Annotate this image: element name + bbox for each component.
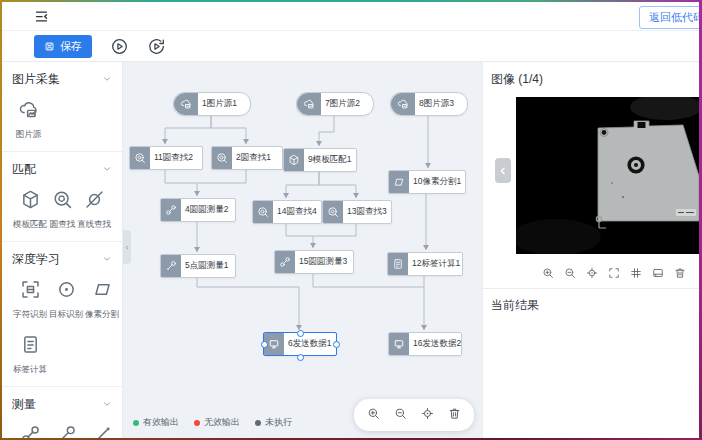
inspection-image [516, 97, 700, 254]
play-once-icon [147, 37, 166, 56]
measure-pc-icon [56, 424, 77, 438]
trash-icon[interactable] [448, 406, 461, 424]
zoom-out-icon[interactable] [394, 406, 407, 424]
measure-pc-icon [161, 255, 181, 277]
sidebar-section-header[interactable]: 匹配 [12, 157, 112, 189]
flow-node-n12[interactable]: 12标签计算1 [387, 252, 463, 276]
sidebar-item-label: 圆查找 [49, 218, 75, 230]
node-connection-handle[interactable] [261, 341, 268, 348]
menu-fold-icon[interactable] [34, 9, 49, 24]
sidebar-item-cube[interactable]: 模板匹配 [12, 189, 48, 231]
grid-icon[interactable] [630, 265, 642, 283]
locate-icon[interactable] [586, 265, 598, 283]
sidebar-section-2: 深度学习字符识别目标识别像素分割标签计算 [2, 242, 122, 387]
sidebar-section-header[interactable]: 深度学习 [12, 247, 112, 279]
flow-node-n8[interactable]: 8图片源3 [390, 92, 468, 116]
legend-dot-icon [194, 420, 200, 426]
back-to-lowcode-button[interactable]: 返回低代码 [639, 6, 702, 29]
zoom-in-icon[interactable] [367, 406, 380, 424]
sidebar-item-ocr[interactable]: 字符识别 [12, 279, 48, 321]
legend-item: 无效输出 [194, 416, 240, 429]
sidebar-collapse-handle[interactable] [123, 230, 131, 264]
flow-node-n16[interactable]: 16发送数据2 [388, 332, 462, 356]
flow-node-n13[interactable]: 13圆查找3 [322, 200, 392, 224]
flow-node-n4[interactable]: 4圆圆测量2 [160, 198, 236, 222]
node-label: 14圆查找4 [273, 201, 321, 223]
node-label: 9模板匹配1 [304, 149, 355, 171]
legend-label: 有效输出 [143, 416, 179, 429]
chevron-left-icon [124, 244, 131, 251]
legend-item: 有效输出 [133, 416, 179, 429]
run-button[interactable] [110, 37, 129, 56]
node-label: 13圆查找3 [343, 201, 391, 223]
flow-canvas[interactable]: 1图片源17图片源28图片源311圆查找22圆查找19模板匹配110像素分割14… [123, 62, 482, 438]
image-panel-title: 图像 (1/4) [491, 71, 543, 88]
fullscreen-icon[interactable] [608, 265, 620, 283]
run-once-button[interactable] [147, 37, 166, 56]
chevron-down-icon [102, 163, 112, 177]
sidebar-section-3: 测量圆圆测量点圆测量点点测量 [2, 387, 122, 438]
sidebar-item-label: 目标识别 [49, 308, 83, 320]
trash-icon[interactable] [674, 265, 686, 283]
cloud-image-icon [391, 93, 415, 115]
legend-dot-icon [133, 420, 139, 426]
zoom-in-icon[interactable] [542, 265, 554, 283]
sidebar-item-label: 字符识别 [13, 308, 47, 320]
node-label: 7图片源2 [321, 93, 364, 115]
tool-sidebar: 图片采集图片源匹配模板匹配圆查找直线查找深度学习字符识别目标识别像素分割标签计算… [2, 62, 123, 438]
sidebar-item-segment[interactable]: 像素分割 [84, 279, 120, 321]
node-connection-handle[interactable] [333, 341, 340, 348]
segment-icon [92, 279, 113, 304]
target-icon [56, 279, 77, 304]
flow-node-n9[interactable]: 9模板匹配1 [283, 148, 357, 172]
app-window: 返回低代码 保存 图片采集图片源匹配模板匹配圆查找直线查找深度学习字符识别目标识… [0, 0, 702, 440]
sidebar-item-measure-pp[interactable]: 点点测量 [84, 424, 120, 438]
save-icon [44, 41, 55, 52]
node-label: 11圆查找2 [150, 147, 197, 169]
flow-node-n1[interactable]: 1图片源1 [173, 92, 251, 116]
node-label: 6发送数据1 [284, 333, 335, 355]
sidebar-item-line-find[interactable]: 直线查找 [76, 189, 112, 231]
sidebar-section-header[interactable]: 图片采集 [12, 67, 112, 99]
prev-image-button[interactable] [495, 158, 511, 183]
circle-find-icon [253, 201, 273, 223]
sidebar-item-target[interactable]: 目标识别 [48, 279, 84, 321]
node-label: 16发送数据2 [409, 333, 461, 355]
node-label: 5点圆测量1 [181, 255, 232, 277]
flow-node-n14[interactable]: 14圆查找4 [252, 200, 322, 224]
canvas-zoom-controls [354, 399, 474, 431]
flow-node-n15[interactable]: 15圆圆测量3 [274, 250, 354, 274]
sidebar-item-cloud-image[interactable]: 图片源 [12, 99, 45, 141]
sidebar-item-measure-cc[interactable]: 圆圆测量 [12, 424, 48, 438]
flow-node-n2[interactable]: 2圆查找1 [211, 146, 283, 170]
node-connection-handle[interactable] [297, 354, 304, 361]
save-button[interactable]: 保存 [34, 35, 92, 58]
flow-node-n7[interactable]: 7图片源2 [296, 92, 374, 116]
zoom-out-icon[interactable] [564, 265, 576, 283]
sidebar-item-label: 像素分割 [85, 308, 119, 320]
flow-node-n6[interactable]: 6发送数据1 [263, 332, 337, 356]
inspection-image-viewer[interactable] [516, 97, 700, 254]
sidebar-section-header[interactable]: 测量 [12, 392, 112, 424]
header-bar: 返回低代码 [2, 2, 700, 31]
sidebar-item-circle-find[interactable]: 圆查找 [48, 189, 76, 231]
circle-find-icon [323, 201, 343, 223]
frame-icon[interactable] [652, 265, 664, 283]
sidebar-item-doc-calc[interactable]: 标签计算 [12, 334, 48, 376]
node-connection-handle[interactable] [297, 330, 304, 337]
flow-node-n10[interactable]: 10像素分割1 [388, 170, 466, 194]
circle-find-icon [130, 147, 150, 169]
app-root: 返回低代码 保存 图片采集图片源匹配模板匹配圆查找直线查找深度学习字符识别目标识… [2, 2, 700, 438]
sidebar-item-measure-pc[interactable]: 点圆测量 [48, 424, 84, 438]
flow-node-n11[interactable]: 11圆查找2 [129, 146, 203, 170]
sidebar-section-title: 匹配 [12, 161, 36, 178]
segment-icon [389, 171, 409, 193]
result-panel: 图像 (1/4) [482, 62, 700, 438]
sidebar-item-label: 图片源 [16, 128, 42, 140]
node-label: 12标签计算1 [408, 253, 462, 275]
sidebar-section-0: 图片采集图片源 [2, 62, 122, 152]
chevron-down-icon [102, 398, 112, 412]
flow-node-n5[interactable]: 5点圆测量1 [160, 254, 236, 278]
locate-icon[interactable] [421, 406, 434, 424]
window-border-left [0, 0, 2, 440]
